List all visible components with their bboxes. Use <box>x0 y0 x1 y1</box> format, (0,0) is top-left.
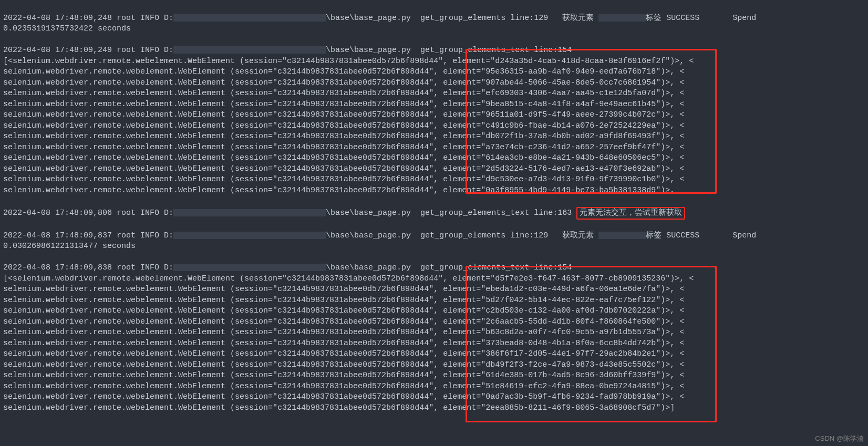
webelement-line: selenium.webdriver.remote.webelement.Web… <box>3 349 684 358</box>
timestamp: 2022-04-08 17:48:09,248 <box>3 14 112 23</box>
spend-label: Spend <box>699 14 761 23</box>
logger: root INFO D: <box>112 14 173 23</box>
watermark: CSDN @陈学渣 <box>815 433 864 444</box>
webelement-line: selenium.webdriver.remote.webelement.Web… <box>3 132 684 141</box>
func: get_group_elements line:129 <box>411 231 562 240</box>
redacted-path <box>173 232 326 239</box>
timestamp: 2022-04-08 17:48:09,837 <box>3 231 112 240</box>
tag-label: 标签 <box>646 231 666 240</box>
blank-line <box>3 220 8 229</box>
webelement-line: selenium.webdriver.remote.webelement.Web… <box>3 382 684 391</box>
webelement-line: selenium.webdriver.remote.webelement.Web… <box>3 296 684 305</box>
webelement-line: selenium.webdriver.remote.webelement.Web… <box>3 371 684 380</box>
tag-label: 标签 <box>646 14 666 23</box>
file: \base\base_page.py <box>326 14 411 23</box>
webelement-line: selenium.webdriver.remote.webelement.Web… <box>3 110 684 119</box>
duration: 0.02353191375732422 <box>3 24 93 33</box>
retry-message-highlight: 元素无法交互，尝试重新获取 <box>576 207 685 220</box>
func: get_group_elements_text line:154 <box>411 46 572 55</box>
logger: root INFO D: <box>112 231 173 240</box>
webelement-line: selenium.webdriver.remote.webelement.Web… <box>3 89 684 98</box>
log-line: 2022-04-08 17:48:09,838 root INFO D:\bas… <box>3 263 572 272</box>
webelement-line: selenium.webdriver.remote.webelement.Web… <box>3 100 684 109</box>
webelement-line: selenium.webdriver.remote.webelement.Web… <box>3 121 684 130</box>
redacted-text <box>598 14 646 22</box>
webelement-line: selenium.webdriver.remote.webelement.Web… <box>3 186 675 195</box>
webelement-line: selenium.webdriver.remote.webelement.Web… <box>3 392 684 401</box>
log-line: 0.030269861221313477 seconds <box>3 242 136 251</box>
spend-label: Spend <box>699 231 761 240</box>
timestamp: 2022-04-08 17:48:09,806 <box>3 209 112 217</box>
status: SUCCESS <box>666 14 699 23</box>
log-line: 2022-04-08 17:48:09,249 root INFO D:\bas… <box>3 46 572 55</box>
redacted-path <box>173 46 326 54</box>
webelement-line: selenium.webdriver.remote.webelement.Web… <box>3 143 684 152</box>
redacted-text <box>598 232 646 239</box>
webelement-line: selenium.webdriver.remote.webelement.Web… <box>3 328 684 337</box>
blank-line <box>3 253 8 262</box>
redacted-path <box>173 264 326 271</box>
log-output: 2022-04-08 17:48:09,248 root INFO D:\bas… <box>0 0 868 446</box>
logger: root INFO D: <box>112 46 173 55</box>
redacted-path <box>173 14 326 22</box>
webelement-line: [<selenium.webdriver.remote.webelement.W… <box>3 274 694 283</box>
blank-line <box>3 35 8 44</box>
retry-message: 元素无法交互，尝试重新获取 <box>580 209 682 217</box>
blank-line <box>3 196 8 205</box>
func: get_group_elements_text line:163 <box>411 209 576 217</box>
webelement-line: selenium.webdriver.remote.webelement.Web… <box>3 164 684 173</box>
file: \base\base_page.py <box>326 209 411 217</box>
logger: root INFO D: <box>112 263 173 272</box>
file: \base\base_page.py <box>326 263 411 272</box>
webelement-line: selenium.webdriver.remote.webelement.Web… <box>3 306 684 315</box>
msg: 获取元素 <box>562 231 598 240</box>
webelement-line: selenium.webdriver.remote.webelement.Web… <box>3 317 684 326</box>
webelement-line: [<selenium.webdriver.remote.webelement.W… <box>3 57 694 66</box>
file: \base\base_page.py <box>326 46 411 55</box>
func: get_group_elements_text line:154 <box>411 263 572 272</box>
webelement-line: selenium.webdriver.remote.webelement.Web… <box>3 339 684 348</box>
log-line: 2022-04-08 17:48:09,248 root INFO D:\bas… <box>3 14 761 23</box>
timestamp: 2022-04-08 17:48:09,838 <box>3 263 112 272</box>
webelement-line: selenium.webdriver.remote.webelement.Web… <box>3 78 684 87</box>
seconds-label: seconds <box>93 24 131 33</box>
webelement-line: selenium.webdriver.remote.webelement.Web… <box>3 175 684 184</box>
func: get_group_elements line:129 <box>411 14 562 23</box>
webelement-line: selenium.webdriver.remote.webelement.Web… <box>3 153 684 162</box>
timestamp: 2022-04-08 17:48:09,249 <box>3 46 112 55</box>
webelement-line: selenium.webdriver.remote.webelement.Web… <box>3 285 684 294</box>
log-line: 2022-04-08 17:48:09,806 root INFO D:\bas… <box>3 209 685 217</box>
status: SUCCESS <box>666 231 699 240</box>
seconds-label: seconds <box>98 242 136 251</box>
msg: 获取元素 <box>562 14 598 23</box>
webelement-line: selenium.webdriver.remote.webelement.Web… <box>3 67 684 76</box>
file: \base\base_page.py <box>326 231 411 240</box>
logger: root INFO D: <box>112 209 173 217</box>
duration: 0.030269861221313477 <box>3 242 98 251</box>
log-line: 2022-04-08 17:48:09,837 root INFO D:\bas… <box>3 231 761 240</box>
webelement-line: selenium.webdriver.remote.webelement.Web… <box>3 403 675 412</box>
webelement-line: selenium.webdriver.remote.webelement.Web… <box>3 360 684 369</box>
log-line: 0.02353191375732422 seconds <box>3 24 131 33</box>
redacted-path <box>173 209 326 216</box>
